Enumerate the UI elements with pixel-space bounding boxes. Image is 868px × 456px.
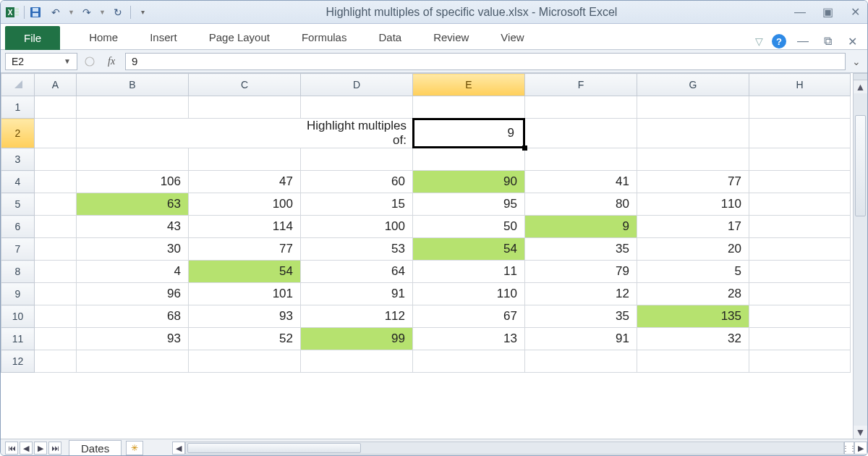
cell-A9[interactable]: [35, 283, 77, 305]
window-close-button[interactable]: ✕: [847, 4, 863, 20]
cell-B5[interactable]: 63: [77, 193, 189, 216]
cell-A11[interactable]: [35, 328, 77, 350]
cell-B6[interactable]: 43: [77, 216, 189, 238]
cell-D4[interactable]: 60: [301, 171, 413, 193]
cell-C2[interactable]: [189, 119, 301, 148]
cell-G8[interactable]: 5: [637, 261, 749, 283]
cell-G3[interactable]: [637, 148, 749, 171]
cell-E8[interactable]: 11: [413, 261, 525, 283]
cell-D12[interactable]: [301, 350, 413, 373]
scroll-left-icon[interactable]: ◀: [172, 442, 185, 455]
fx-icon[interactable]: fx: [102, 56, 121, 67]
cell-A4[interactable]: [35, 171, 77, 193]
cell-A5[interactable]: [35, 193, 77, 216]
undo-dropdown-icon[interactable]: ▼: [68, 9, 75, 16]
cell-D8[interactable]: 64: [301, 261, 413, 283]
ribbon-tab-insert[interactable]: Insert: [134, 25, 193, 49]
cell-G7[interactable]: 20: [637, 238, 749, 261]
window-restore-button[interactable]: ▣: [820, 4, 835, 20]
cell-B1[interactable]: [77, 96, 189, 119]
vertical-scrollbar[interactable]: ▲ ▼: [853, 73, 867, 439]
ribbon-tab-home[interactable]: Home: [73, 25, 134, 49]
cell-B2[interactable]: [77, 119, 189, 148]
col-header-f[interactable]: F: [525, 74, 637, 96]
row-header-7[interactable]: 7: [1, 238, 35, 261]
cell-C4[interactable]: 47: [189, 171, 301, 193]
row-header-6[interactable]: 6: [1, 216, 35, 238]
workbook-minimize-button[interactable]: —: [795, 33, 811, 49]
spreadsheet-grid[interactable]: A B C D E F G H 12Highlight multiples of…: [1, 73, 851, 373]
cell-G1[interactable]: [637, 96, 749, 119]
cell-C9[interactable]: 101: [189, 283, 301, 305]
cell-B3[interactable]: [77, 148, 189, 171]
cell-H7[interactable]: [749, 238, 851, 261]
help-button[interactable]: ?: [772, 34, 786, 48]
select-all-corner[interactable]: [1, 74, 35, 96]
cell-H12[interactable]: [749, 350, 851, 373]
col-header-b[interactable]: B: [77, 74, 189, 96]
cell-B7[interactable]: 30: [77, 238, 189, 261]
cell-A1[interactable]: [35, 96, 77, 119]
cell-A3[interactable]: [35, 148, 77, 171]
cell-F3[interactable]: [525, 148, 637, 171]
sheet-nav-first[interactable]: ⏮: [5, 442, 18, 455]
cell-A10[interactable]: [35, 305, 77, 328]
cell-D9[interactable]: 91: [301, 283, 413, 305]
ribbon-tab-data[interactable]: Data: [362, 25, 417, 49]
formula-input[interactable]: 9: [125, 53, 846, 70]
undo-button[interactable]: ↶: [48, 4, 64, 20]
split-handle[interactable]: [854, 73, 867, 80]
cell-D7[interactable]: 53: [301, 238, 413, 261]
refresh-button[interactable]: ↻: [110, 4, 126, 20]
row-header-2[interactable]: 2: [1, 119, 35, 148]
cell-D3[interactable]: [301, 148, 413, 171]
file-tab[interactable]: File: [5, 26, 60, 50]
cell-G5[interactable]: 110: [637, 193, 749, 216]
cell-F2[interactable]: [525, 119, 637, 148]
cell-E11[interactable]: 13: [413, 328, 525, 350]
col-header-g[interactable]: G: [637, 74, 749, 96]
save-button[interactable]: [27, 4, 43, 20]
cell-C8[interactable]: 54: [189, 261, 301, 283]
cell-H5[interactable]: [749, 193, 851, 216]
ribbon-tab-page-layout[interactable]: Page Layout: [193, 25, 286, 49]
cell-E3[interactable]: [413, 148, 525, 171]
formula-cancel-icon[interactable]: [82, 54, 98, 69]
ribbon-tab-formulas[interactable]: Formulas: [286, 25, 363, 49]
cell-B12[interactable]: [77, 350, 189, 373]
cell-C7[interactable]: 77: [189, 238, 301, 261]
row-header-11[interactable]: 11: [1, 328, 35, 350]
cell-D2[interactable]: Highlight multiples of:: [301, 119, 413, 148]
row-header-12[interactable]: 12: [1, 350, 35, 373]
cell-D6[interactable]: 100: [301, 216, 413, 238]
col-header-c[interactable]: C: [189, 74, 301, 96]
cell-G4[interactable]: 77: [637, 171, 749, 193]
cell-E7[interactable]: 54: [413, 238, 525, 261]
sheet-nav-last[interactable]: ⏭: [48, 442, 61, 455]
cell-D1[interactable]: [301, 96, 413, 119]
cell-E9[interactable]: 110: [413, 283, 525, 305]
cell-G10[interactable]: 135: [637, 305, 749, 328]
row-header-5[interactable]: 5: [1, 193, 35, 216]
col-header-d[interactable]: D: [301, 74, 413, 96]
cell-G6[interactable]: 17: [637, 216, 749, 238]
scroll-down-icon[interactable]: ▼: [854, 426, 867, 439]
cell-E6[interactable]: 50: [413, 216, 525, 238]
cell-F1[interactable]: [525, 96, 637, 119]
sheet-nav-prev[interactable]: ◀: [20, 442, 33, 455]
redo-button[interactable]: ↷: [79, 4, 95, 20]
hscroll-grip[interactable]: ⋮⋮: [844, 442, 854, 455]
workbook-restore-button[interactable]: ⧉: [820, 33, 835, 49]
cell-A6[interactable]: [35, 216, 77, 238]
name-box-dropdown-icon[interactable]: ▼: [64, 57, 71, 65]
cell-B10[interactable]: 68: [77, 305, 189, 328]
col-header-h[interactable]: H: [749, 74, 851, 96]
row-header-10[interactable]: 10: [1, 305, 35, 328]
cell-D11[interactable]: 99: [301, 328, 413, 350]
row-header-3[interactable]: 3: [1, 148, 35, 171]
ribbon-tab-review[interactable]: Review: [417, 25, 485, 49]
cell-H1[interactable]: [749, 96, 851, 119]
scroll-right-icon[interactable]: ▶: [854, 442, 867, 455]
cell-C1[interactable]: [189, 96, 301, 119]
row-header-4[interactable]: 4: [1, 171, 35, 193]
